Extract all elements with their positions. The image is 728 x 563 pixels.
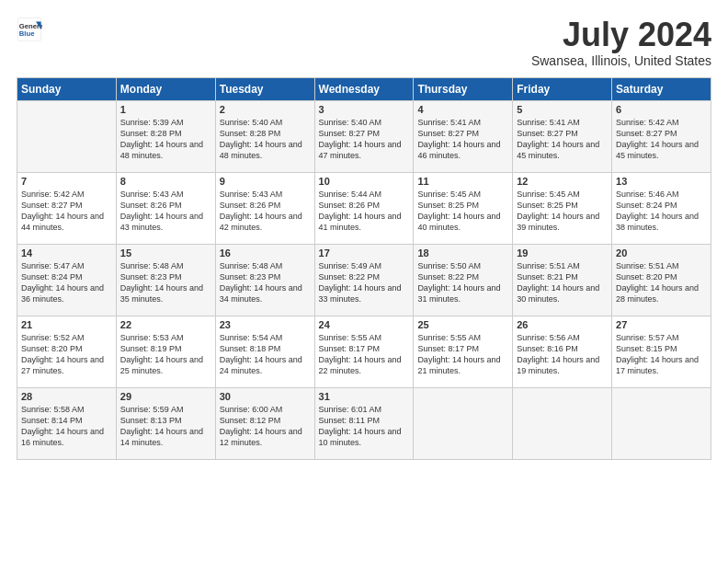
- table-row: 7Sunrise: 5:42 AMSunset: 8:27 PMDaylight…: [17, 172, 117, 244]
- table-row: 15Sunrise: 5:48 AMSunset: 8:23 PMDayligh…: [116, 244, 215, 316]
- col-saturday: Saturday: [612, 77, 711, 100]
- day-info: Sunrise: 5:42 AMSunset: 8:27 PMDaylight:…: [616, 117, 707, 162]
- day-info: Sunrise: 5:51 AMSunset: 8:20 PMDaylight:…: [616, 260, 707, 305]
- day-number: 26: [517, 319, 608, 330]
- day-number: 9: [220, 176, 311, 187]
- day-info: Sunrise: 5:55 AMSunset: 8:17 PMDaylight:…: [319, 332, 410, 377]
- col-friday: Friday: [513, 77, 612, 100]
- table-row: 13Sunrise: 5:46 AMSunset: 8:24 PMDayligh…: [612, 172, 711, 244]
- day-info: Sunrise: 5:46 AMSunset: 8:24 PMDaylight:…: [616, 189, 707, 234]
- day-number: 7: [21, 176, 112, 187]
- day-number: 29: [120, 391, 211, 402]
- table-row: 9Sunrise: 5:43 AMSunset: 8:26 PMDaylight…: [215, 172, 314, 244]
- col-wednesday: Wednesday: [314, 77, 414, 100]
- day-info: Sunrise: 5:40 AMSunset: 8:28 PMDaylight:…: [220, 117, 311, 162]
- table-row: 24Sunrise: 5:55 AMSunset: 8:17 PMDayligh…: [314, 316, 414, 387]
- day-info: Sunrise: 6:00 AMSunset: 8:12 PMDaylight:…: [220, 404, 311, 449]
- day-number: 15: [120, 247, 211, 259]
- table-row: 23Sunrise: 5:54 AMSunset: 8:18 PMDayligh…: [215, 316, 314, 387]
- table-row: 19Sunrise: 5:51 AMSunset: 8:21 PMDayligh…: [513, 244, 612, 316]
- day-number: 8: [120, 176, 211, 187]
- location-title: Swansea, Illinois, United States: [531, 53, 711, 68]
- table-row: 21Sunrise: 5:52 AMSunset: 8:20 PMDayligh…: [17, 316, 117, 387]
- day-info: Sunrise: 5:50 AMSunset: 8:22 PMDaylight:…: [417, 260, 508, 305]
- day-info: Sunrise: 5:54 AMSunset: 8:18 PMDaylight:…: [220, 332, 311, 377]
- day-info: Sunrise: 5:39 AMSunset: 8:28 PMDaylight:…: [120, 117, 211, 162]
- day-info: Sunrise: 5:42 AMSunset: 8:27 PMDaylight:…: [21, 189, 112, 234]
- table-row: 12Sunrise: 5:45 AMSunset: 8:25 PMDayligh…: [513, 172, 612, 244]
- day-info: Sunrise: 5:41 AMSunset: 8:27 PMDaylight:…: [417, 117, 508, 162]
- day-number: 5: [517, 104, 608, 115]
- table-row: 5Sunrise: 5:41 AMSunset: 8:27 PMDaylight…: [513, 100, 612, 172]
- day-info: Sunrise: 5:56 AMSunset: 8:16 PMDaylight:…: [517, 332, 608, 377]
- day-info: Sunrise: 5:57 AMSunset: 8:15 PMDaylight:…: [616, 332, 707, 377]
- day-number: 21: [21, 319, 112, 330]
- table-row: 31Sunrise: 6:01 AMSunset: 8:11 PMDayligh…: [314, 387, 414, 459]
- day-number: 17: [319, 247, 410, 259]
- day-info: Sunrise: 5:43 AMSunset: 8:26 PMDaylight:…: [220, 189, 311, 234]
- logo: General Blue: [17, 17, 42, 42]
- table-row: 17Sunrise: 5:49 AMSunset: 8:22 PMDayligh…: [314, 244, 414, 316]
- calendar-week-row: 7Sunrise: 5:42 AMSunset: 8:27 PMDaylight…: [17, 172, 711, 244]
- col-monday: Monday: [116, 77, 215, 100]
- logo-icon: General Blue: [17, 17, 42, 42]
- day-info: Sunrise: 5:51 AMSunset: 8:21 PMDaylight:…: [517, 260, 608, 305]
- table-row: 16Sunrise: 5:48 AMSunset: 8:23 PMDayligh…: [215, 244, 314, 316]
- calendar-week-row: 21Sunrise: 5:52 AMSunset: 8:20 PMDayligh…: [17, 316, 711, 387]
- table-row: 27Sunrise: 5:57 AMSunset: 8:15 PMDayligh…: [612, 316, 711, 387]
- table-row: 29Sunrise: 5:59 AMSunset: 8:13 PMDayligh…: [116, 387, 215, 459]
- header-row: Sunday Monday Tuesday Wednesday Thursday…: [17, 77, 711, 100]
- day-number: 28: [21, 391, 112, 402]
- table-row: 6Sunrise: 5:42 AMSunset: 8:27 PMDaylight…: [612, 100, 711, 172]
- day-info: Sunrise: 5:47 AMSunset: 8:24 PMDaylight:…: [21, 260, 112, 305]
- day-number: 27: [616, 319, 707, 330]
- month-title: July 2024: [531, 17, 711, 53]
- day-number: 24: [319, 319, 410, 330]
- table-row: 8Sunrise: 5:43 AMSunset: 8:26 PMDaylight…: [116, 172, 215, 244]
- title-block: July 2024 Swansea, Illinois, United Stat…: [531, 17, 711, 68]
- table-row: 25Sunrise: 5:55 AMSunset: 8:17 PMDayligh…: [414, 316, 513, 387]
- calendar-table: Sunday Monday Tuesday Wednesday Thursday…: [17, 77, 711, 460]
- day-number: 16: [220, 247, 311, 259]
- table-row: [17, 100, 117, 172]
- header: General Blue July 2024 Swansea, Illinois…: [17, 17, 711, 68]
- day-info: Sunrise: 5:49 AMSunset: 8:22 PMDaylight:…: [319, 260, 410, 305]
- table-row: [612, 387, 711, 459]
- day-number: 31: [319, 391, 410, 402]
- day-number: 4: [417, 104, 508, 115]
- day-info: Sunrise: 5:48 AMSunset: 8:23 PMDaylight:…: [120, 260, 211, 305]
- day-info: Sunrise: 5:59 AMSunset: 8:13 PMDaylight:…: [120, 404, 211, 449]
- table-row: 14Sunrise: 5:47 AMSunset: 8:24 PMDayligh…: [17, 244, 117, 316]
- table-row: 28Sunrise: 5:58 AMSunset: 8:14 PMDayligh…: [17, 387, 117, 459]
- day-number: 11: [417, 176, 508, 187]
- day-number: 20: [616, 247, 707, 259]
- day-info: Sunrise: 5:52 AMSunset: 8:20 PMDaylight:…: [21, 332, 112, 377]
- calendar-week-row: 1Sunrise: 5:39 AMSunset: 8:28 PMDaylight…: [17, 100, 711, 172]
- day-number: 18: [417, 247, 508, 259]
- table-row: [513, 387, 612, 459]
- day-number: 25: [417, 319, 508, 330]
- table-row: 2Sunrise: 5:40 AMSunset: 8:28 PMDaylight…: [215, 100, 314, 172]
- day-number: 2: [220, 104, 311, 115]
- day-info: Sunrise: 5:48 AMSunset: 8:23 PMDaylight:…: [220, 260, 311, 305]
- day-number: 23: [220, 319, 311, 330]
- day-info: Sunrise: 5:45 AMSunset: 8:25 PMDaylight:…: [517, 189, 608, 234]
- col-sunday: Sunday: [17, 77, 117, 100]
- table-row: 30Sunrise: 6:00 AMSunset: 8:12 PMDayligh…: [215, 387, 314, 459]
- day-number: 13: [616, 176, 707, 187]
- table-row: 4Sunrise: 5:41 AMSunset: 8:27 PMDaylight…: [414, 100, 513, 172]
- day-info: Sunrise: 5:40 AMSunset: 8:27 PMDaylight:…: [319, 117, 410, 162]
- table-row: 10Sunrise: 5:44 AMSunset: 8:26 PMDayligh…: [314, 172, 414, 244]
- day-info: Sunrise: 5:44 AMSunset: 8:26 PMDaylight:…: [319, 189, 410, 234]
- col-tuesday: Tuesday: [215, 77, 314, 100]
- svg-text:Blue: Blue: [19, 29, 35, 38]
- calendar-week-row: 28Sunrise: 5:58 AMSunset: 8:14 PMDayligh…: [17, 387, 711, 459]
- table-row: 22Sunrise: 5:53 AMSunset: 8:19 PMDayligh…: [116, 316, 215, 387]
- day-number: 30: [220, 391, 311, 402]
- day-number: 22: [120, 319, 211, 330]
- day-info: Sunrise: 5:53 AMSunset: 8:19 PMDaylight:…: [120, 332, 211, 377]
- day-number: 6: [616, 104, 707, 115]
- table-row: 11Sunrise: 5:45 AMSunset: 8:25 PMDayligh…: [414, 172, 513, 244]
- day-number: 12: [517, 176, 608, 187]
- col-thursday: Thursday: [414, 77, 513, 100]
